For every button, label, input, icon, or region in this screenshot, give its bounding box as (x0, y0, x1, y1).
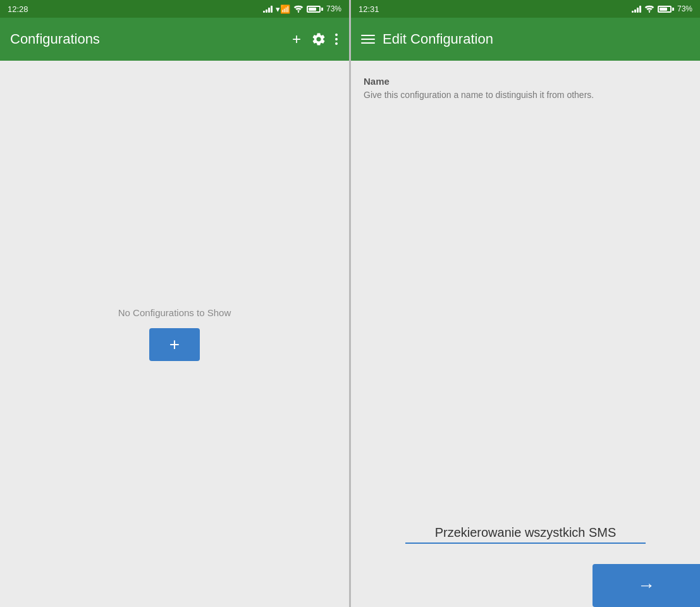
left-app-title: Configurations (10, 31, 282, 47)
right-battery-pct: 73% (677, 4, 692, 13)
next-button[interactable]: → (593, 564, 700, 607)
no-config-label: No Configurations to Show (118, 307, 231, 318)
left-battery-pct: 73% (326, 4, 341, 13)
right-status-bar: 12:31 73% (351, 0, 700, 18)
right-battery-icon (658, 6, 674, 13)
left-status-right: ▾📶 73% (263, 4, 341, 14)
right-panel: 12:31 73% Edit Configuration (351, 0, 700, 607)
battery-icon (307, 6, 323, 13)
right-signal-icon (632, 5, 641, 13)
svg-point-1 (649, 11, 650, 13)
wifi-icon: ▾📶 (276, 4, 290, 14)
next-arrow-icon: → (637, 575, 655, 596)
add-config-icon[interactable]: + (290, 28, 304, 51)
add-config-button[interactable]: + (149, 328, 200, 361)
right-status-right: 73% (632, 4, 692, 13)
name-input[interactable] (405, 523, 646, 544)
left-content: No Configurations to Show + (0, 61, 349, 607)
left-status-bar: 12:28 ▾📶 73% (0, 0, 349, 18)
gear-icon[interactable] (311, 32, 326, 47)
right-time: 12:31 (359, 4, 379, 14)
hamburger-icon[interactable] (361, 35, 375, 44)
wifi-icon-svg (293, 5, 304, 13)
right-wifi-icon (644, 5, 654, 13)
left-time: 12:28 (8, 4, 28, 14)
name-field-group: Name Give this configuration a name to d… (364, 76, 687, 102)
name-field-description: Give this configuration a name to distin… (364, 89, 687, 102)
left-app-bar: Configurations + (0, 18, 349, 61)
signal-icon (263, 5, 273, 13)
svg-point-0 (298, 11, 299, 13)
right-content: Name Give this configuration a name to d… (351, 61, 700, 607)
name-field-label: Name (364, 76, 687, 87)
right-app-title: Edit Configuration (383, 31, 690, 47)
left-panel: 12:28 ▾📶 73% Configurations + (0, 0, 349, 607)
right-app-bar: Edit Configuration (351, 18, 700, 61)
more-vert-icon[interactable] (334, 31, 339, 47)
